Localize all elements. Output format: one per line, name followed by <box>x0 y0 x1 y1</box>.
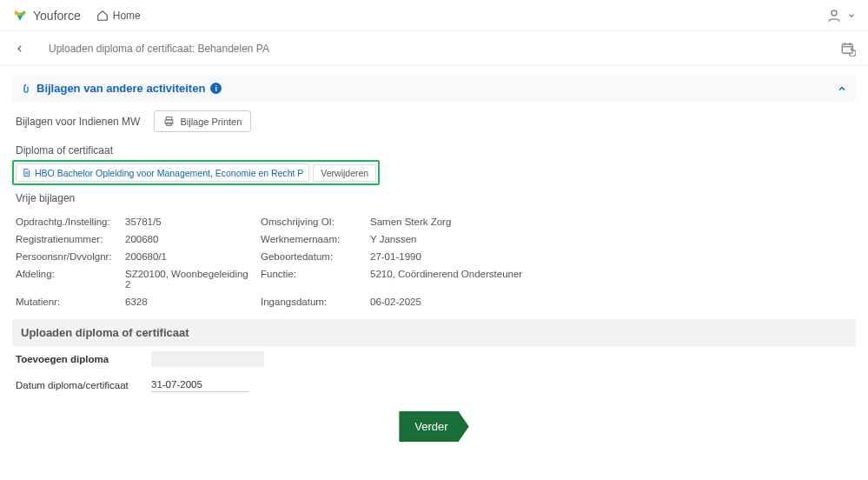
attach-label: Bijlagen voor Indienen MW <box>16 116 140 128</box>
calendar-clock-icon <box>840 41 856 57</box>
detail-value: 6328 <box>125 297 255 307</box>
detail-label: Ingangsdatum: <box>261 297 365 307</box>
content: Bijlagen van andere activiteiten i Bijla… <box>0 66 868 464</box>
datum-row: Datum diploma/certificaat <box>12 372 856 397</box>
detail-value: 35781/5 <box>125 217 255 227</box>
print-button[interactable]: Bijlage Printen <box>154 110 251 132</box>
file-chip: HBO Bachelor Opleiding voor Management, … <box>16 163 309 182</box>
section-header-title: Bijlagen van andere activiteiten i <box>21 82 222 95</box>
svg-point-0 <box>832 10 837 16</box>
chevron-up-icon <box>837 83 847 94</box>
proceed-button[interactable]: Verder <box>399 411 468 442</box>
toevoegen-placeholder <box>151 351 264 367</box>
logo[interactable]: Youforce <box>12 8 81 23</box>
paperclip-icon <box>21 83 31 95</box>
top-bar: Youforce Home <box>0 0 868 31</box>
detail-label: Geboortedatum: <box>261 251 365 262</box>
toevoegen-row: Toevoegen diploma <box>12 346 856 372</box>
toevoegen-label: Toevoegen diploma <box>16 354 151 364</box>
home-icon <box>96 10 109 22</box>
chevron-left-icon <box>16 43 24 54</box>
history-button[interactable] <box>840 41 856 57</box>
detail-label: Werknemernaam: <box>261 234 365 244</box>
detail-value: Samen Sterk Zorg <box>370 217 544 227</box>
remove-button[interactable]: Verwijderen <box>313 164 376 182</box>
print-icon <box>163 116 175 127</box>
collapse-button[interactable] <box>837 83 847 94</box>
home-link[interactable]: Home <box>96 10 141 22</box>
diploma-label: Diploma of certificaat <box>12 137 856 160</box>
user-menu[interactable] <box>826 8 856 23</box>
page-title: Uploaden diploma of certificaat: Behande… <box>49 43 269 55</box>
action-row: Verder <box>12 397 856 456</box>
detail-value: SZ20100, Woonbegeleiding 2 <box>125 269 255 290</box>
user-icon <box>826 8 842 23</box>
chevron-down-icon <box>847 11 856 20</box>
detail-label: Afdeling: <box>16 269 120 290</box>
detail-value: 200680 <box>125 234 255 244</box>
datum-input[interactable] <box>151 377 248 392</box>
file-attachment: HBO Bachelor Opleiding voor Management, … <box>12 160 380 185</box>
details-grid: Opdrachtg./Instelling: 35781/5 Omschrijv… <box>12 208 856 319</box>
detail-label: Omschrijving OI: <box>261 217 365 227</box>
detail-value: Y Janssen <box>370 234 544 244</box>
detail-label: Opdrachtg./Instelling: <box>16 217 120 227</box>
detail-value: 27-01-1990 <box>370 251 544 262</box>
logo-icon <box>12 8 28 23</box>
file-link[interactable]: HBO Bachelor Opleiding voor Management, … <box>35 168 303 178</box>
vrije-label: Vrije bijlagen <box>12 185 856 208</box>
back-button[interactable] <box>12 42 28 56</box>
top-left: Youforce Home <box>12 8 141 23</box>
info-icon[interactable]: i <box>210 83 222 94</box>
detail-label: Mutatienr: <box>16 297 120 307</box>
detail-value: 06-02-2025 <box>370 297 544 307</box>
sub-left: Uploaden diploma of certificaat: Behande… <box>12 42 269 56</box>
brand-text: Youforce <box>33 9 81 23</box>
document-icon <box>22 167 31 178</box>
detail-label: Functie: <box>261 269 365 290</box>
sub-bar: Uploaden diploma of certificaat: Behande… <box>0 31 868 66</box>
home-label: Home <box>113 10 141 22</box>
detail-label: Persoonsnr/Dvvolgnr: <box>16 251 120 262</box>
section-header[interactable]: Bijlagen van andere activiteiten i <box>12 75 856 102</box>
upload-section-header: Uploaden diploma of certificaat <box>12 319 856 346</box>
detail-value: 200680/1 <box>125 251 255 262</box>
section-title-text: Bijlagen van andere activiteiten <box>36 82 205 95</box>
attach-row: Bijlagen voor Indienen MW Bijlage Printe… <box>12 102 856 137</box>
detail-value: 5210, Coördinerend Ondersteuner <box>370 269 544 290</box>
datum-label: Datum diploma/certificaat <box>16 380 151 390</box>
detail-label: Registratienummer: <box>16 234 120 244</box>
print-label: Bijlage Printen <box>180 117 242 127</box>
